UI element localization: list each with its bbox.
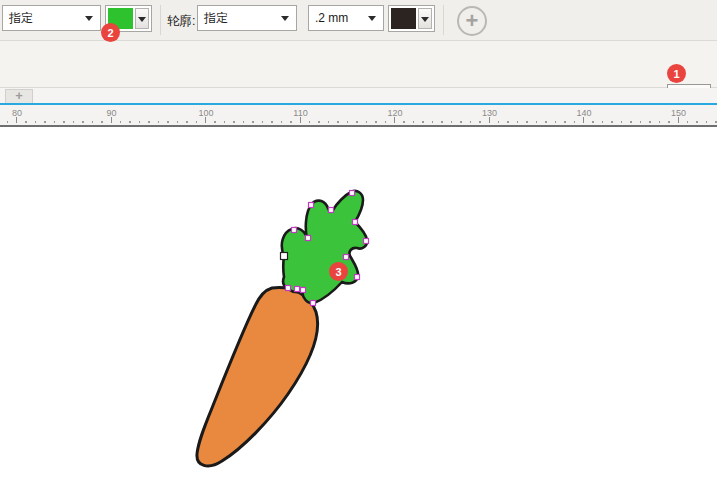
outline-style-dropdown[interactable]: 指定 (197, 5, 297, 31)
ruler-tick-label: 150 (671, 108, 686, 118)
outline-width-dropdown[interactable]: .2 mm (308, 5, 384, 31)
curve-node[interactable] (364, 239, 369, 244)
ruler-minor-tick (252, 121, 254, 123)
ruler-minor-tick (498, 121, 500, 123)
ruler-minor-tick (73, 121, 75, 123)
ruler-minor-tick (290, 121, 292, 123)
ruler-minor-tick (630, 121, 632, 123)
page-tab-strip: + (0, 88, 717, 103)
ruler-minor-tick (158, 121, 160, 123)
ruler-minor-tick (101, 121, 103, 123)
outline-color-dropdown-arrow-icon[interactable] (418, 8, 432, 29)
step-badge-1: 1 (667, 64, 686, 83)
curve-node[interactable] (292, 228, 297, 233)
ruler-minor-tick (432, 121, 434, 123)
curve-node[interactable] (309, 203, 314, 208)
ruler-minor-tick (63, 121, 65, 123)
ruler-tick-label: 100 (198, 108, 213, 118)
curve-node[interactable] (301, 288, 306, 293)
ruler-minor-tick (120, 121, 122, 123)
ruler-minor-tick (271, 121, 273, 123)
ruler-minor-tick (337, 121, 339, 123)
separator (160, 5, 161, 35)
ruler-minor-tick (564, 121, 566, 123)
ruler-minor-tick (574, 121, 576, 123)
ruler-minor-tick (687, 121, 689, 123)
curve-node[interactable] (286, 286, 291, 291)
ruler-minor-tick (413, 121, 415, 123)
ruler-minor-tick (706, 121, 708, 123)
ruler-minor-tick (328, 121, 330, 123)
ruler-minor-tick (640, 121, 642, 123)
ruler-minor-tick (281, 121, 283, 123)
outline-style-value: 指定 (204, 10, 228, 27)
ruler-minor-tick (92, 121, 94, 123)
coreldraw-window: 指定 轮廓: 指定 .2 mm + (0, 0, 717, 504)
carrot-body-shape[interactable] (197, 287, 318, 465)
carrot-drawing (0, 127, 717, 504)
ruler-minor-tick (470, 121, 472, 123)
add-page-tab[interactable]: + (5, 89, 33, 103)
step-badge-3: 3 (329, 262, 348, 281)
ruler-minor-tick (403, 121, 405, 123)
ruler-minor-tick (375, 121, 377, 123)
fill-style-value: 指定 (9, 10, 33, 27)
chevron-down-icon (281, 16, 289, 21)
ruler-minor-tick (35, 121, 37, 123)
ruler-minor-tick (196, 121, 198, 123)
ruler-minor-tick (555, 121, 557, 123)
ruler-minor-tick (177, 121, 179, 123)
ruler-minor-tick (139, 121, 141, 123)
ruler-minor-tick (25, 121, 27, 123)
curve-node[interactable] (355, 275, 360, 280)
ruler-minor-tick (507, 121, 509, 123)
ruler-minor-tick (422, 121, 424, 123)
ruler-minor-tick (526, 121, 528, 123)
add-button[interactable]: + (457, 6, 487, 36)
curve-node[interactable] (311, 301, 316, 306)
ruler-minor-tick (167, 121, 169, 123)
outline-color-picker[interactable] (388, 5, 435, 32)
ruler-minor-tick (129, 121, 131, 123)
ruler-minor-tick (233, 121, 235, 123)
curve-node[interactable] (295, 287, 300, 292)
outline-color-swatch[interactable] (391, 8, 416, 29)
curve-start-node[interactable] (281, 253, 288, 260)
ruler-minor-tick (602, 121, 604, 123)
ruler-minor-tick (460, 121, 462, 123)
outline-width-value: .2 mm (315, 11, 348, 25)
chevron-down-icon (368, 16, 376, 21)
fill-style-dropdown[interactable]: 指定 (2, 5, 101, 31)
curve-node[interactable] (329, 208, 334, 213)
curve-node[interactable] (306, 236, 311, 241)
ruler-minor-tick (517, 121, 519, 123)
ruler-minor-tick (262, 121, 264, 123)
curve-node[interactable] (344, 255, 349, 260)
curve-node[interactable] (353, 220, 358, 225)
ruler-tick-label: 80 (12, 108, 22, 118)
ruler-minor-tick (309, 121, 311, 123)
fill-color-dropdown-arrow-icon[interactable] (135, 8, 149, 29)
ruler-minor-tick (186, 121, 188, 123)
ruler-minor-tick (545, 121, 547, 123)
separator (443, 5, 444, 35)
ruler-minor-tick (148, 121, 150, 123)
ruler-tick-label: 90 (106, 108, 116, 118)
ruler-minor-tick (44, 121, 46, 123)
ruler-minor-tick (592, 121, 594, 123)
horizontal-ruler[interactable]: 8090100110120130140150 (0, 105, 717, 127)
ruler-minor-tick (224, 121, 226, 123)
ruler-minor-tick (7, 121, 9, 123)
ruler-minor-tick (214, 121, 216, 123)
ruler-minor-tick (649, 121, 651, 123)
ruler-tick-label: 120 (387, 108, 402, 118)
ruler-minor-tick (385, 121, 387, 123)
ruler-tick-label: 140 (576, 108, 591, 118)
ruler-minor-tick (441, 121, 443, 123)
ruler-minor-tick (659, 121, 661, 123)
drawing-canvas[interactable]: 3 (0, 127, 717, 504)
curve-node[interactable] (350, 191, 355, 196)
ruler-minor-tick (611, 121, 613, 123)
step-badge-2: 2 (101, 23, 120, 42)
ruler-tick-label: 130 (482, 108, 497, 118)
